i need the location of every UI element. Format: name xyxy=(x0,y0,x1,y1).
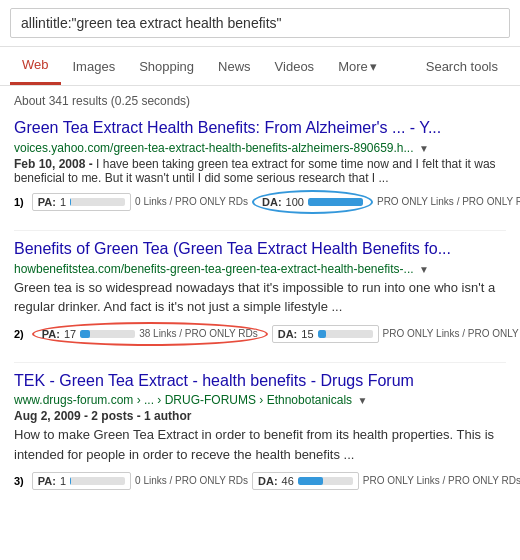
result-url: www.drugs-forum.com › ... › DRUG-FORUMS … xyxy=(14,393,506,407)
search-input[interactable] xyxy=(10,8,510,38)
pa-value: 1 xyxy=(60,475,66,487)
metrics-row: 1) PA: 1 0 Links / PRO ONLY RDs DA: 100 … xyxy=(14,190,506,214)
more-label: More xyxy=(338,59,368,74)
nav-tabs: Web Images Shopping News Videos More ▾ S… xyxy=(0,47,520,86)
url-dropdown-icon[interactable]: ▼ xyxy=(419,264,429,275)
tab-web[interactable]: Web xyxy=(10,47,61,85)
tab-images[interactable]: Images xyxy=(61,49,128,84)
tab-news[interactable]: News xyxy=(206,49,263,84)
result-link[interactable]: TEK - Green Tea Extract - health benefit… xyxy=(14,372,414,389)
da-value: 46 xyxy=(282,475,294,487)
url-dropdown-icon[interactable]: ▼ xyxy=(357,395,367,406)
metrics-row: 2) PA: 17 38 Links / PRO ONLY RDs DA: 15… xyxy=(14,322,506,346)
result-link[interactable]: Green Tea Extract Health Benefits: From … xyxy=(14,119,441,136)
da-bar-container xyxy=(308,198,363,206)
divider xyxy=(14,362,506,363)
result-num: 2) xyxy=(14,328,24,340)
result-snippet: Green tea is so widespread nowadays that… xyxy=(14,278,506,317)
result-item: TEK - Green Tea Extract - health benefit… xyxy=(14,371,506,494)
result-snippet: How to make Green Tea Extract in order t… xyxy=(14,425,506,464)
more-chevron-icon: ▾ xyxy=(370,59,377,74)
pa-bar-container xyxy=(70,477,125,485)
da-bar-container xyxy=(298,477,353,485)
da-metric: DA: 100 xyxy=(252,190,373,214)
da-note: PRO ONLY Links / PRO ONLY RDs xyxy=(363,475,520,487)
result-item: Benefits of Green Tea (Green Tea Extract… xyxy=(14,239,506,346)
da-bar-container xyxy=(318,330,373,338)
tab-search-tools[interactable]: Search tools xyxy=(414,49,510,84)
result-url: howbenefitstea.com/benefits-green-tea-gr… xyxy=(14,262,506,276)
pa-bar-container xyxy=(80,330,135,338)
da-value: 15 xyxy=(301,328,313,340)
result-item: Green Tea Extract Health Benefits: From … xyxy=(14,118,506,214)
result-title: Benefits of Green Tea (Green Tea Extract… xyxy=(14,239,506,260)
result-num: 1) xyxy=(14,196,24,208)
da-label: DA: xyxy=(278,328,298,340)
result-title: TEK - Green Tea Extract - health benefit… xyxy=(14,371,506,392)
pa-metric: PA: 1 xyxy=(32,472,131,490)
da-metric: DA: 46 xyxy=(252,472,359,490)
pa-metric: PA: 17 38 Links / PRO ONLY RDs xyxy=(32,322,268,346)
divider xyxy=(14,230,506,231)
results-area: About 341 results (0.25 seconds) Green T… xyxy=(0,86,520,517)
tab-more[interactable]: More ▾ xyxy=(326,49,389,84)
result-title: Green Tea Extract Health Benefits: From … xyxy=(14,118,506,139)
pa-value: 17 xyxy=(64,328,76,340)
da-value: 100 xyxy=(286,196,304,208)
pa-label: PA: xyxy=(42,328,60,340)
da-note: PRO ONLY Links / PRO ONLY RDs xyxy=(383,328,520,340)
da-bar xyxy=(308,198,363,206)
da-metric: DA: 15 xyxy=(272,325,379,343)
pa-label: PA: xyxy=(38,196,56,208)
da-bar xyxy=(318,330,326,338)
pa-bar xyxy=(70,198,71,206)
result-num: 3) xyxy=(14,475,24,487)
pa-label: PA: xyxy=(38,475,56,487)
pa-note: 0 Links / PRO ONLY RDs xyxy=(135,196,248,208)
da-bar xyxy=(298,477,323,485)
pa-bar-container xyxy=(70,198,125,206)
result-date: Feb 10, 2008 - I have been taking green … xyxy=(14,157,506,185)
pa-bar xyxy=(70,477,71,485)
tab-shopping[interactable]: Shopping xyxy=(127,49,206,84)
results-count: About 341 results (0.25 seconds) xyxy=(14,94,506,108)
da-label: DA: xyxy=(258,475,278,487)
pa-metric: PA: 1 xyxy=(32,193,131,211)
result-date: Aug 2, 2009 - 2 posts - 1 author xyxy=(14,409,506,423)
da-note: PRO ONLY Links / PRO ONLY RDs xyxy=(377,196,520,208)
pa-note: 38 Links / PRO ONLY RDs xyxy=(139,328,258,340)
tab-videos[interactable]: Videos xyxy=(263,49,327,84)
da-label: DA: xyxy=(262,196,282,208)
result-link[interactable]: Benefits of Green Tea (Green Tea Extract… xyxy=(14,240,451,257)
url-dropdown-icon[interactable]: ▼ xyxy=(419,143,429,154)
result-url: voices.yahoo.com/green-tea-extract-healt… xyxy=(14,141,506,155)
pa-value: 1 xyxy=(60,196,66,208)
search-bar xyxy=(0,0,520,47)
pa-note: 0 Links / PRO ONLY RDs xyxy=(135,475,248,487)
metrics-row: 3) PA: 1 0 Links / PRO ONLY RDs DA: 46 P… xyxy=(14,469,506,493)
pa-bar xyxy=(80,330,89,338)
